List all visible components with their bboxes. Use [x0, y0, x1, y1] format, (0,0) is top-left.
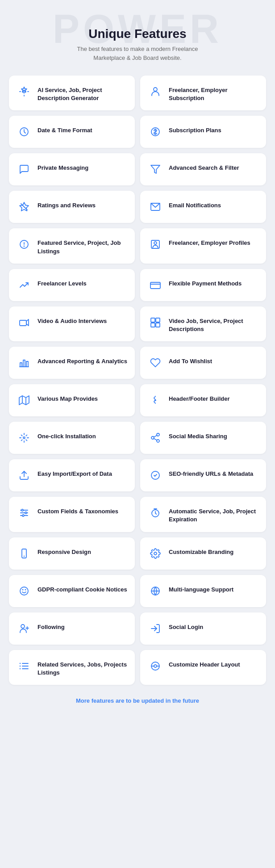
card-ratings-reviews: Ratings and Reviews	[9, 191, 135, 223]
svg-point-9	[24, 246, 25, 247]
dollar-icon	[147, 124, 163, 140]
card-label-custom-fields: Custom Fields & Taxonomies	[38, 505, 118, 516]
card-label-gdpr: GDPR-compliant Cookie Notices	[38, 583, 127, 594]
card-label-seo-friendly: SEO-friendly URLs & Metadata	[169, 467, 253, 478]
svg-point-40	[25, 512, 27, 514]
card-following: Following	[9, 612, 135, 645]
card-label-customize-header: Customize Header Layout	[169, 658, 240, 669]
sparkle-icon	[16, 430, 32, 446]
timer-icon	[147, 505, 163, 521]
card-video-audio: Video & Audio Interviews	[9, 306, 135, 341]
card-custom-fields: Custom Fields & Taxonomies	[9, 497, 135, 532]
video-icon	[16, 314, 32, 331]
page-subtitle: The best features to make a modern Freel…	[66, 45, 209, 62]
person-icon	[147, 84, 163, 100]
svg-point-28	[23, 437, 25, 439]
card-related-services: Related Services, Jobs, Projects Listing…	[9, 650, 135, 685]
ai-icon	[16, 84, 32, 100]
card-ai-service: AI Service, Job, Project Description Gen…	[9, 75, 135, 110]
card-multilanguage: Multi-language Support	[140, 575, 266, 607]
card-label-header-footer: Header/Footer Builder	[169, 392, 230, 403]
email-icon	[147, 199, 163, 215]
clock-icon	[16, 124, 32, 140]
card-easy-import: Easy Import/Export of Data	[9, 459, 135, 491]
page-wrapper: POWER Unique Features The best features …	[0, 0, 275, 722]
card-freelancer-levels: Freelancer Levels	[9, 269, 135, 301]
bar-chart-icon	[16, 355, 32, 371]
card-email-notifications: Email Notifications	[140, 191, 266, 223]
card-label-easy-import: Easy Import/Export of Data	[38, 467, 112, 478]
footer-highlight: to be updated	[126, 697, 164, 704]
card-label-responsive-design: Responsive Design	[38, 545, 91, 556]
grid-video-icon	[147, 314, 163, 331]
gear-icon	[147, 545, 163, 562]
footer-text: More features are to be updated in the f…	[9, 697, 266, 704]
card-label-featured-service: Featured Service, Project, Job Listings	[38, 236, 128, 255]
svg-point-27	[155, 400, 156, 401]
footer-suffix: in the future	[164, 697, 199, 704]
svg-rect-12	[150, 282, 160, 289]
card-add-wishlist: Add To Wishlist	[140, 347, 266, 379]
svg-point-41	[22, 515, 24, 516]
chat-icon	[16, 161, 32, 177]
card-label-email-notifications: Email Notifications	[169, 199, 221, 210]
share-icon	[147, 430, 163, 446]
svg-rect-16	[151, 318, 155, 322]
svg-point-1	[154, 88, 157, 91]
svg-point-39	[21, 509, 23, 511]
card-label-freelancer-employer-profiles: Freelancer, Employer Profiles	[169, 236, 250, 247]
card-customizable-branding: Customizable Branding	[140, 537, 266, 570]
card-advanced-search: Advanced Search & Filter	[140, 153, 266, 185]
card-responsive-design: Responsive Design	[9, 537, 135, 570]
svg-rect-20	[20, 363, 22, 367]
card-label-subscription-plans: Subscription Plans	[169, 124, 221, 134]
filter-icon	[147, 161, 163, 177]
check-circle-icon	[147, 467, 163, 483]
card-social-media: Social Media Sharing	[140, 422, 266, 454]
card-social-login: Social Login	[140, 612, 266, 645]
svg-rect-14	[20, 320, 26, 326]
card-label-advanced-search: Advanced Search & Filter	[169, 161, 239, 172]
card-label-social-login: Social Login	[169, 621, 203, 631]
card-freelancer-employer-sub: Freelancer, Employer Subscription	[140, 75, 266, 110]
sliders-icon	[16, 505, 32, 521]
svg-rect-17	[156, 318, 160, 322]
card-advanced-reporting: Advanced Reporting & Analytics	[9, 347, 135, 379]
heart-icon	[147, 355, 163, 371]
social-login-icon	[147, 621, 163, 637]
svg-marker-4	[151, 165, 160, 173]
svg-rect-21	[23, 360, 25, 367]
star-icon	[16, 199, 32, 215]
card-auto-expiration: Automatic Service, Job, Project Expirati…	[140, 497, 266, 532]
card-video-job-service: Video Job, Service, Project Descriptions	[140, 306, 266, 341]
header-content: Unique Features The best features to mak…	[9, 13, 266, 62]
payment-icon	[147, 277, 163, 293]
svg-marker-24	[19, 396, 29, 405]
card-label-freelancer-levels: Freelancer Levels	[38, 277, 87, 288]
svg-line-32	[154, 439, 157, 440]
card-seo-friendly: SEO-friendly URLs & Metadata	[140, 459, 266, 491]
card-label-ratings-reviews: Ratings and Reviews	[38, 199, 96, 210]
card-label-advanced-reporting: Advanced Reporting & Analytics	[38, 355, 127, 365]
card-label-add-wishlist: Add To Wishlist	[169, 355, 212, 365]
header: POWER Unique Features The best features …	[9, 13, 266, 62]
card-label-customizable-branding: Customizable Branding	[169, 545, 233, 556]
upload-icon	[16, 467, 32, 483]
globe-icon	[147, 583, 163, 599]
svg-rect-22	[26, 361, 28, 367]
card-featured-service: Featured Service, Project, Job Listings	[9, 228, 135, 263]
map-icon	[16, 392, 32, 408]
card-label-related-services: Related Services, Jobs, Projects Listing…	[38, 658, 128, 677]
card-label-multilanguage: Multi-language Support	[169, 583, 233, 594]
page-title: Unique Features	[9, 27, 266, 41]
featured-icon	[16, 236, 32, 252]
cookie-icon	[16, 583, 32, 599]
svg-line-33	[154, 436, 157, 437]
svg-rect-19	[156, 323, 160, 327]
profile-icon	[147, 236, 163, 252]
card-label-private-messaging: Private Messaging	[38, 161, 88, 172]
svg-point-45	[154, 552, 157, 555]
card-date-time: Date & Time Format	[9, 116, 135, 148]
card-label-auto-expiration: Automatic Service, Job, Project Expirati…	[169, 505, 259, 524]
card-one-click: One-click Installation	[9, 422, 135, 454]
